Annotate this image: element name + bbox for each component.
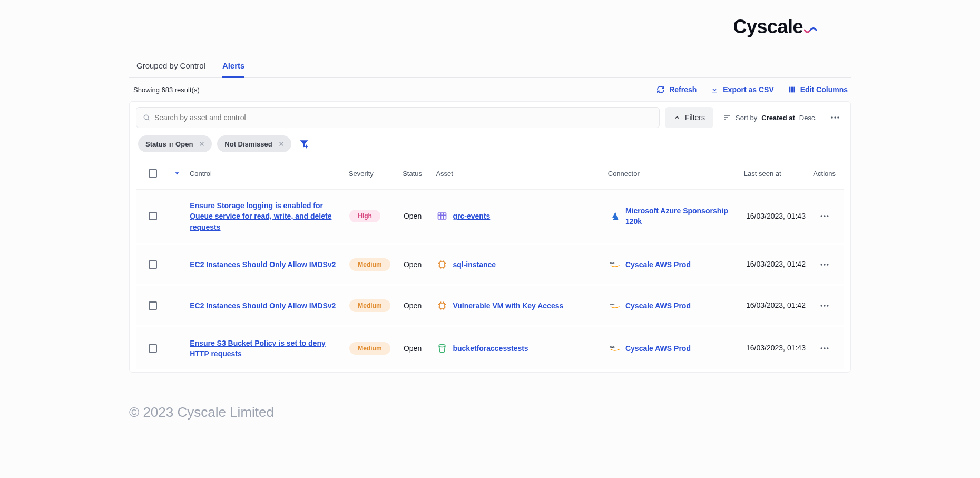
svg-point-15 bbox=[827, 216, 828, 217]
chip-icon bbox=[437, 259, 447, 270]
control-link[interactable]: Ensure Storage logging is enabled for Qu… bbox=[190, 200, 337, 232]
status-text: Open bbox=[404, 344, 422, 353]
more-horizontal-icon bbox=[819, 300, 830, 311]
sort-control[interactable]: Sort by Created at Desc. bbox=[719, 113, 821, 122]
last-seen-text: 16/03/2023, 01:42 bbox=[746, 260, 806, 268]
aws-icon: aws bbox=[610, 343, 620, 354]
svg-rect-4 bbox=[724, 115, 730, 115]
filter-chip-status[interactable]: Status in Open bbox=[138, 135, 212, 152]
tab-grouped-by-control[interactable]: Grouped by Control bbox=[136, 61, 205, 78]
connector-link[interactable]: Cyscale AWS Prod bbox=[625, 259, 691, 270]
footer-copyright: © 2023 Cyscale Limited bbox=[129, 373, 851, 436]
svg-point-18 bbox=[821, 264, 822, 265]
caret-down-icon[interactable] bbox=[174, 171, 180, 176]
svg-point-8 bbox=[834, 116, 836, 118]
more-horizontal-icon bbox=[819, 343, 830, 354]
col-header-severity[interactable]: Severity bbox=[349, 170, 403, 178]
search-icon bbox=[143, 114, 150, 121]
row-actions-button[interactable] bbox=[816, 256, 834, 274]
edit-columns-label: Edit Columns bbox=[800, 85, 848, 94]
chip-not-dismissed-label: Not Dismissed bbox=[224, 140, 272, 148]
sort-icon bbox=[723, 113, 731, 122]
export-csv-label: Export as CSV bbox=[723, 85, 773, 94]
svg-point-7 bbox=[831, 116, 833, 118]
more-horizontal-icon bbox=[819, 211, 830, 221]
select-all-checkbox[interactable] bbox=[149, 169, 157, 178]
filter-add-icon bbox=[299, 139, 309, 149]
svg-text:aws: aws bbox=[610, 345, 615, 348]
sort-field: Created at bbox=[761, 114, 795, 122]
last-seen-text: 16/03/2023, 01:43 bbox=[746, 344, 806, 352]
svg-rect-5 bbox=[724, 117, 728, 118]
control-link[interactable]: EC2 Instances Should Only Allow IMDSv2 bbox=[190, 259, 336, 270]
refresh-icon bbox=[656, 85, 665, 94]
chip-status-op: in bbox=[168, 140, 173, 148]
col-header-actions: Actions bbox=[813, 170, 840, 178]
sort-prefix: Sort by bbox=[736, 114, 757, 122]
asset-link[interactable]: bucketforaccesstests bbox=[453, 343, 528, 354]
toolbar-more-button[interactable] bbox=[826, 109, 844, 126]
add-filter-button[interactable] bbox=[297, 139, 309, 149]
col-header-asset[interactable]: Asset bbox=[436, 170, 607, 178]
svg-point-14 bbox=[824, 216, 825, 217]
connector-link[interactable]: Cyscale AWS Prod bbox=[625, 343, 691, 354]
chevron-up-icon bbox=[673, 114, 681, 121]
search-input[interactable] bbox=[154, 113, 653, 122]
table-row: EC2 Instances Should Only Allow IMDSv2 M… bbox=[136, 245, 844, 284]
status-text: Open bbox=[404, 260, 422, 269]
connector-link[interactable]: Microsoft Azure Sponsorship 120k bbox=[625, 206, 746, 227]
svg-rect-2 bbox=[793, 87, 795, 93]
control-link[interactable]: Ensure S3 Bucket Policy is set to deny H… bbox=[190, 338, 337, 359]
refresh-button[interactable]: Refresh bbox=[656, 85, 697, 94]
edit-columns-button[interactable]: Edit Columns bbox=[788, 85, 848, 94]
svg-rect-6 bbox=[724, 119, 726, 120]
svg-point-29 bbox=[824, 348, 825, 349]
chip-status-label: Status bbox=[145, 140, 166, 148]
filter-chip-not-dismissed[interactable]: Not Dismissed bbox=[217, 135, 291, 152]
table-row: EC2 Instances Should Only Allow IMDSv2 M… bbox=[136, 286, 844, 325]
row-actions-button[interactable] bbox=[816, 297, 834, 315]
row-checkbox[interactable] bbox=[149, 344, 157, 353]
filters-toggle-button[interactable]: Filters bbox=[665, 107, 713, 128]
col-header-control[interactable]: Control bbox=[190, 170, 349, 178]
asset-link[interactable]: Vulnerable VM with Key Access bbox=[453, 300, 563, 311]
chip-status-value: Open bbox=[175, 140, 193, 148]
row-checkbox[interactable] bbox=[149, 212, 157, 220]
status-text: Open bbox=[404, 212, 422, 220]
row-actions-button[interactable] bbox=[816, 339, 834, 357]
connector-link[interactable]: Cyscale AWS Prod bbox=[625, 300, 691, 311]
columns-icon bbox=[788, 85, 796, 94]
aws-icon: aws bbox=[610, 259, 620, 270]
svg-point-3 bbox=[144, 115, 148, 119]
svg-point-28 bbox=[821, 348, 822, 349]
chip-icon bbox=[437, 300, 447, 311]
sort-direction: Desc. bbox=[799, 114, 817, 122]
asset-link[interactable]: grc-events bbox=[453, 211, 490, 221]
control-link[interactable]: EC2 Instances Should Only Allow IMDSv2 bbox=[190, 300, 336, 311]
brand-logo: Cyscale bbox=[733, 16, 817, 40]
export-csv-button[interactable]: Export as CSV bbox=[710, 85, 773, 94]
severity-badge: Medium bbox=[349, 299, 390, 312]
table-icon bbox=[437, 211, 447, 221]
table-header-row: Control Severity Status Asset Connector … bbox=[136, 158, 844, 189]
svg-point-9 bbox=[837, 116, 839, 118]
col-header-connector[interactable]: Connector bbox=[608, 170, 744, 178]
svg-rect-0 bbox=[789, 87, 790, 93]
table-row: Ensure S3 Bucket Policy is set to deny H… bbox=[136, 327, 844, 370]
svg-point-26 bbox=[439, 345, 446, 347]
col-header-last-seen[interactable]: Last seen at bbox=[744, 170, 814, 178]
tab-alerts[interactable]: Alerts bbox=[222, 61, 245, 78]
svg-text:aws: aws bbox=[610, 303, 615, 306]
chip-not-dismissed-remove[interactable] bbox=[277, 139, 286, 149]
row-checkbox[interactable] bbox=[149, 260, 157, 269]
close-icon bbox=[278, 141, 285, 147]
brand-mark-icon bbox=[804, 18, 817, 40]
row-checkbox[interactable] bbox=[149, 301, 157, 310]
search-field-wrap[interactable] bbox=[136, 107, 660, 128]
col-header-status[interactable]: Status bbox=[403, 170, 436, 178]
row-actions-button[interactable] bbox=[816, 207, 834, 225]
asset-link[interactable]: sql-instance bbox=[453, 259, 496, 270]
tabs-bar: Grouped by Control Alerts bbox=[129, 61, 851, 78]
bucket-icon bbox=[437, 343, 447, 354]
chip-status-remove[interactable] bbox=[197, 139, 207, 149]
